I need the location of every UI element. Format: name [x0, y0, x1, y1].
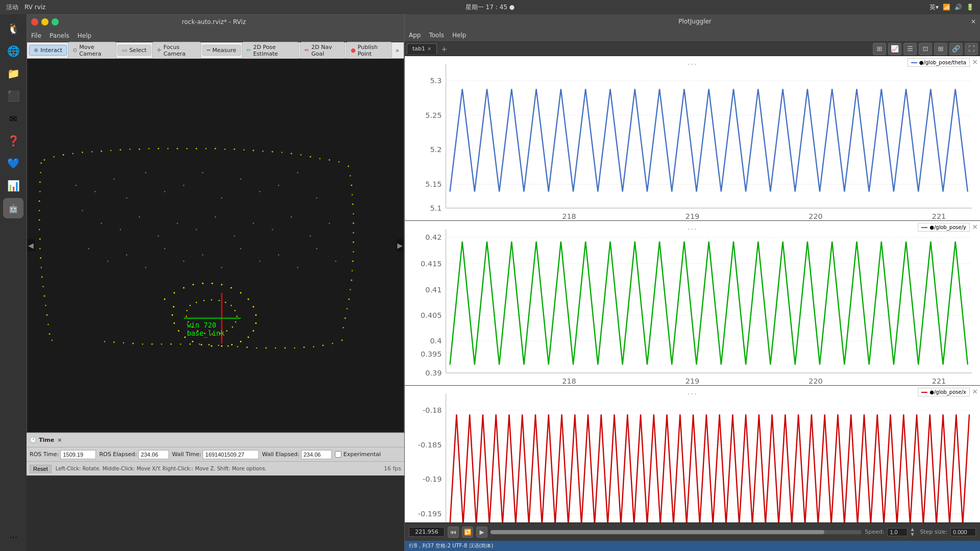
- pj-toolbar-layout-btn[interactable]: ⊞: [873, 43, 886, 55]
- email-icon[interactable]: ✉️: [3, 108, 23, 129]
- svg-point-23: [253, 149, 254, 151]
- svg-point-62: [237, 346, 238, 347]
- pj-speed-label: Speed:: [865, 529, 884, 535]
- rviz-maximize-btn[interactable]: [52, 18, 59, 26]
- pj-add-tab-btn[interactable]: +: [438, 44, 450, 54]
- pj-menu-tools[interactable]: Tools: [429, 32, 444, 39]
- svg-point-152: [253, 330, 254, 332]
- ros-time-input[interactable]: [60, 450, 96, 459]
- svg-point-56: [294, 347, 295, 348]
- pj-loop-btn[interactable]: 🔁: [462, 527, 473, 538]
- pj-tab1-close[interactable]: ×: [427, 46, 431, 52]
- svg-point-136: [297, 267, 298, 268]
- nav-goal-button[interactable]: ✏ 2D Nav Goal: [300, 42, 345, 59]
- chart3-close-btn[interactable]: ×: [972, 388, 978, 395]
- pj-menu-app[interactable]: App: [409, 32, 421, 39]
- chart2-legend-color: [921, 227, 927, 228]
- pj-play-pause-btn[interactable]: ▶: [476, 527, 487, 538]
- interact-button[interactable]: ⊕ Interact: [29, 45, 67, 56]
- svg-point-48: [347, 308, 348, 309]
- select-button[interactable]: ▭ Select: [117, 45, 151, 56]
- rviz-menu-file[interactable]: File: [31, 32, 41, 39]
- viewport-expand-right-btn[interactable]: ▶: [396, 239, 404, 252]
- pj-toolbar-list-btn[interactable]: ☰: [903, 43, 917, 55]
- svg-text:0.39: 0.39: [425, 369, 442, 377]
- svg-point-165: [189, 305, 190, 306]
- charts-area: ... × ●/glob_pose/theta: [405, 56, 980, 522]
- pj-statusbar: 行8，列37 空格:2 UTF-8 汉语(简体): [405, 541, 980, 551]
- chart2-close-btn[interactable]: ×: [972, 223, 978, 230]
- rviz-menubar: File Panels Help: [27, 29, 404, 42]
- experimental-checkbox[interactable]: [335, 451, 341, 458]
- pj-tabbar: tab1 × + ⊞ 📈 ☰ ⊡ ⊞ 🔗 ⛶: [405, 42, 980, 56]
- svg-point-93: [46, 314, 47, 316]
- vscode-icon[interactable]: 💙: [3, 153, 23, 173]
- chart3-dots: ...: [688, 388, 697, 396]
- ros-elapsed-input[interactable]: [138, 450, 169, 459]
- chart1-close-btn[interactable]: ×: [972, 58, 978, 65]
- sys-lang[interactable]: 英▾: [929, 3, 939, 12]
- rviz-viewport[interactable]: win 720 base_link ◀ ▶: [27, 59, 404, 432]
- viewport-expand-left-btn[interactable]: ◀: [27, 239, 35, 252]
- apps-grid-icon[interactable]: ⋯: [3, 527, 23, 547]
- time-bar-expand-btn[interactable]: ×: [57, 437, 62, 443]
- wall-time-input[interactable]: [203, 450, 259, 459]
- pj-time-display[interactable]: 221.956: [409, 527, 445, 537]
- measure-button[interactable]: ━ Measure: [202, 45, 240, 56]
- svg-point-94: [47, 324, 48, 325]
- time-bar: 🕐 Time ×: [27, 433, 404, 447]
- speed-up-btn[interactable]: ▲: [911, 527, 917, 532]
- publish-point-button[interactable]: ● Publish Point: [346, 42, 392, 59]
- svg-point-34: [350, 175, 351, 176]
- pj-speed-input[interactable]: [887, 528, 908, 536]
- activities-label[interactable]: 活动: [6, 3, 18, 12]
- rviz-minimize-btn[interactable]: [41, 18, 48, 26]
- ubuntu-icon[interactable]: 🐧: [3, 18, 23, 39]
- experimental-label[interactable]: Experimental: [335, 451, 381, 458]
- rviz-titlebar: rock-auto.rviz* - RViz: [27, 15, 404, 29]
- svg-text:-0.19: -0.19: [423, 475, 442, 483]
- browser-icon[interactable]: 🌐: [3, 41, 23, 61]
- wall-time-label: Wall Time:: [172, 451, 201, 458]
- svg-point-122: [291, 216, 292, 217]
- pj-toolbar-grid-btn[interactable]: ⊞: [934, 43, 947, 55]
- svg-point-163: [172, 314, 173, 316]
- pj-progress-bar[interactable]: [491, 530, 862, 534]
- svg-point-126: [107, 261, 108, 262]
- svg-text:221: 221: [932, 212, 946, 220]
- terminal-icon[interactable]: ⬛: [3, 86, 23, 106]
- app-indicator[interactable]: RV rviz: [24, 4, 45, 11]
- svg-text:221: 221: [932, 377, 946, 385]
- rviz-menu-panels[interactable]: Panels: [50, 32, 69, 39]
- pj-toolbar-link-btn[interactable]: 🔗: [949, 43, 963, 55]
- toolbar-expand-btn[interactable]: »: [393, 45, 402, 56]
- pj-toolbar-table-btn[interactable]: ⊡: [919, 43, 932, 55]
- help-icon[interactable]: ❓: [3, 131, 23, 151]
- speed-down-btn[interactable]: ▼: [911, 532, 917, 537]
- svg-point-139: [164, 298, 165, 300]
- rviz-close-btn[interactable]: [31, 18, 38, 26]
- chart-icon[interactable]: 📊: [3, 176, 23, 196]
- pose-estimate-button[interactable]: ✏ 2D Pose Estimate: [242, 42, 299, 59]
- files-icon[interactable]: 📁: [3, 63, 23, 84]
- svg-point-18: [205, 148, 206, 149]
- svg-point-155: [231, 344, 233, 345]
- pj-toolbar-fullscreen-btn[interactable]: ⛶: [965, 43, 978, 55]
- pj-menu-help[interactable]: Help: [452, 32, 466, 39]
- rviz-menu-help[interactable]: Help: [78, 32, 91, 39]
- pj-tab1[interactable]: tab1 ×: [407, 43, 437, 54]
- focus-camera-button[interactable]: ✛ Focus Camera: [152, 42, 201, 59]
- dock: 🐧 🌐 📁 ⬛ ✉️ ❓ 💙 📊 🤖 ⋯: [0, 14, 27, 551]
- svg-point-16: [186, 148, 187, 149]
- svg-text:0.4: 0.4: [430, 337, 442, 345]
- pj-toolbar-plot-btn[interactable]: 📈: [888, 43, 901, 55]
- svg-point-83: [39, 219, 40, 221]
- rviz-icon[interactable]: 🤖: [3, 198, 23, 218]
- pj-close-btn[interactable]: ×: [971, 18, 976, 25]
- pj-stepsize-input[interactable]: [950, 528, 976, 536]
- reset-button[interactable]: Reset: [30, 465, 52, 473]
- pj-rewind-btn[interactable]: ⏮: [448, 527, 459, 538]
- svg-point-91: [44, 295, 45, 297]
- wall-elapsed-input[interactable]: [301, 450, 332, 459]
- move-camera-button[interactable]: ⊙ Move Camera: [68, 42, 116, 59]
